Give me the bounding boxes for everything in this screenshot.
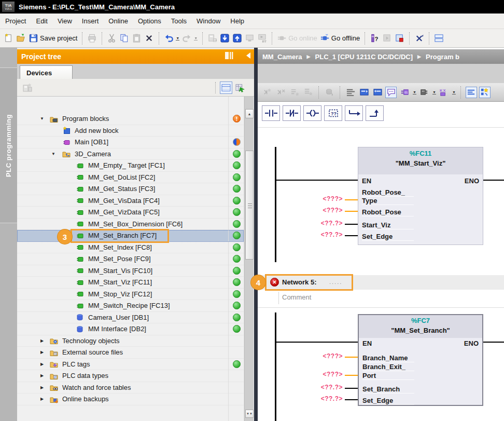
accessible-devices-button[interactable]: ? xyxy=(369,33,380,44)
menu-project[interactable]: Project xyxy=(5,17,26,25)
expand-node-icon[interactable]: ▶ xyxy=(39,338,45,343)
device-proxy-button[interactable]: DB xyxy=(207,33,218,44)
breadcrumb-item[interactable]: PLC_1 [CPU 1211C DC/DC/DC] xyxy=(315,53,413,61)
tab-plc-programming[interactable]: PLC programming xyxy=(0,67,17,223)
keep-values-button[interactable] xyxy=(324,87,335,98)
collapse-networks-button[interactable] xyxy=(372,87,383,98)
cut-button[interactable] xyxy=(106,33,117,44)
panel-splitter[interactable] xyxy=(254,48,258,421)
breadcrumb-item[interactable]: MM_Camera xyxy=(262,53,302,61)
network-comments-button[interactable] xyxy=(385,87,397,98)
operand-list-button[interactable] xyxy=(345,87,356,98)
start-window-button[interactable] xyxy=(382,33,393,44)
expand-node-icon[interactable]: ▶ xyxy=(39,397,45,401)
undo-button[interactable]: ▼ xyxy=(163,33,180,44)
tree-item-mm-set-box-dimension-fc6[interactable]: MM_Set_Box_Dimension [FC6] xyxy=(17,219,244,230)
split-editor-button[interactable] xyxy=(433,33,444,44)
tree-item-program-blocks[interactable]: ▼Program blocks! xyxy=(17,113,244,125)
tree-item-plc-tags[interactable]: ▶PLC tags xyxy=(17,359,244,371)
copy-button[interactable] xyxy=(119,33,130,44)
menu-window[interactable]: Window xyxy=(197,17,220,25)
go-offline-button[interactable]: Go offline xyxy=(319,33,360,44)
operand-placeholder[interactable]: <??.?> xyxy=(306,395,343,402)
tree-item-mm-empty-target-fc1[interactable]: MM_Empty_ Target [FC1] xyxy=(17,160,244,172)
expand-node-icon[interactable]: ▶ xyxy=(39,362,45,366)
scrollbar-thumb[interactable] xyxy=(245,151,254,260)
open-branch-button[interactable] xyxy=(345,105,363,121)
operand-placeholder[interactable]: <???> xyxy=(306,352,343,360)
details-view-button[interactable] xyxy=(220,82,232,94)
contact-open-button[interactable] xyxy=(262,105,280,121)
split-view-icon[interactable] xyxy=(225,52,233,59)
tree-item-mm-start-viz-fc11[interactable]: MM_Start_Viz [FC11] xyxy=(17,277,244,289)
delete-button[interactable] xyxy=(144,33,155,44)
operand-placeholder[interactable]: <???> xyxy=(306,207,343,214)
network-comment-field[interactable]: Comment xyxy=(278,292,496,304)
expand-node-icon[interactable]: ▶ xyxy=(39,350,45,355)
menu-edit[interactable]: Edit xyxy=(36,17,47,25)
redo-button[interactable]: ▼ xyxy=(181,33,198,44)
coil-button[interactable] xyxy=(303,105,321,121)
save-project-button[interactable]: Save project xyxy=(28,33,78,44)
go-online-button[interactable]: Go online xyxy=(276,33,318,44)
breadcrumb-item[interactable]: Program b xyxy=(426,53,459,61)
stop-window-button[interactable] xyxy=(394,33,405,44)
new-project-button[interactable] xyxy=(3,33,14,44)
contact-closed-button[interactable] xyxy=(283,105,301,121)
cross-references-button[interactable] xyxy=(414,33,425,44)
box-output-button[interactable] xyxy=(418,87,430,98)
menu-view[interactable]: View xyxy=(58,17,72,25)
start-cpu-button[interactable] xyxy=(244,33,255,44)
tree-item-mm-stop-viz-fc12[interactable]: MM_Stop_Viz [FC12] xyxy=(17,289,244,301)
favorites-toggle-button[interactable] xyxy=(479,87,491,98)
tree-item-3d-camera[interactable]: ▼3D_Camera xyxy=(17,148,244,160)
add-device-icon[interactable] xyxy=(22,83,33,94)
tree-item-mm-switch-recipe-fc13[interactable]: MM_Switch_Recipe [FC13] xyxy=(17,300,244,312)
tree-item-mm-start-vis-fc10[interactable]: MM_Start_Vis [FC10] xyxy=(17,265,244,277)
download-button[interactable] xyxy=(219,33,230,44)
tree-item-mm-interface-db2[interactable]: MM Interface [DB2] xyxy=(17,323,244,335)
tree-item-mm-get-visdata-fc4[interactable]: MM_Get_VisData [FC4] xyxy=(17,195,244,207)
expand-node-icon[interactable]: ▶ xyxy=(39,385,45,390)
operand-placeholder[interactable]: <??.?> xyxy=(306,231,343,238)
expand-node-icon[interactable]: ▶ xyxy=(39,373,45,378)
menu-tools[interactable]: Tools xyxy=(171,17,187,25)
upload-button[interactable] xyxy=(232,33,243,44)
tree-item-mm-get-status-fc3[interactable]: MM_Get_Status [FC3] xyxy=(17,183,244,195)
scroll-down-button[interactable]: ▼▼ xyxy=(245,410,254,418)
insert-network-button[interactable] xyxy=(262,87,273,98)
tree-item-plc-data-types[interactable]: ▶PLC data types xyxy=(17,370,244,382)
tree-item-online-backups[interactable]: ▶Online backups xyxy=(17,393,244,405)
tree-item-camera-user-db1[interactable]: Camera_User [DB1] xyxy=(17,312,244,324)
tree-item-mm-set-pose-fc9[interactable]: MM_Set_Pose [FC9] xyxy=(17,253,244,265)
function-block-fc11[interactable]: %FC11"MM_Start_Viz"ENENORobot_Pose_TypeR… xyxy=(358,147,483,245)
tree-item-mm-set-index-fc8[interactable]: MM_Set_Index [FC8] xyxy=(17,242,244,254)
tree-item-external-source-files[interactable]: ▶01External source files xyxy=(17,347,244,359)
runtime-button[interactable]: RT xyxy=(257,33,268,44)
collapse-node-icon[interactable]: ▼ xyxy=(39,116,45,121)
collapse-node-icon[interactable]: ▼ xyxy=(51,152,56,156)
insert-row-button[interactable] xyxy=(289,87,300,98)
tree-item-technology-objects[interactable]: ▶Technology objects xyxy=(17,335,244,347)
menu-insert[interactable]: Insert xyxy=(82,17,99,25)
tree-item-main-ob1[interactable]: Main [OB1] xyxy=(17,137,244,148)
close-branch-button[interactable] xyxy=(366,105,384,121)
collapse-panel-icon[interactable] xyxy=(246,52,251,59)
tree-item-mm-get-vizdata-fc5[interactable]: MM_Get_VizData [FC5] xyxy=(17,207,244,219)
insert-row-after-button[interactable] xyxy=(302,87,314,98)
operand-placeholder[interactable]: <??.?> xyxy=(306,220,343,227)
menu-online[interactable]: Online xyxy=(108,17,128,25)
print-button[interactable] xyxy=(87,33,97,44)
delete-network-button[interactable] xyxy=(275,87,287,98)
tab-devices[interactable]: Devices xyxy=(20,65,73,79)
operand-placeholder[interactable]: <???> xyxy=(306,195,343,202)
function-block-fc7[interactable]: %FC7"MM_Set_Branch"ENENOBranch_NameBranc… xyxy=(358,314,483,406)
tree-item-watch-and-force-tables[interactable]: ▶Watch and force tables xyxy=(17,382,244,394)
scroll-up-button[interactable]: ▲ xyxy=(245,109,254,118)
jump-ops-button[interactable]: KX xyxy=(438,87,450,98)
tree-item-mm-get-dolist-fc2[interactable]: MM_Get_DoList [FC2] xyxy=(17,172,244,184)
operand-placeholder[interactable]: <???> xyxy=(306,371,343,378)
operand-placeholder[interactable]: <??.?> xyxy=(306,384,343,391)
open-editor-view-button[interactable] xyxy=(234,82,247,94)
tree-scrollbar[interactable]: ▲ ▼▼ xyxy=(244,97,254,421)
